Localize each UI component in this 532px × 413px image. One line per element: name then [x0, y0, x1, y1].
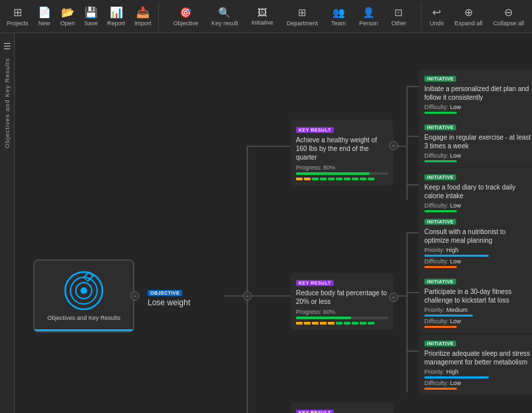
init2-difficulty-bar [424, 160, 457, 162]
kr1-node[interactable]: KEY RESULT Achieve a healthy weight of 1… [291, 120, 394, 186]
init5-badge: INITIATIVE [424, 279, 456, 285]
init1-difficulty: Difficulty: Low [424, 104, 532, 110]
init4-priority-bar [424, 255, 489, 257]
objective-node-title: Objectives and Key Results [43, 315, 124, 321]
kr1-dot-row [296, 178, 388, 180]
kr1-progress-text: Progress: 80% [296, 164, 388, 171]
obj-list-label: Objectives and Key Results [4, 58, 11, 148]
collapse-all-button[interactable]: ⊖ Collapse all [490, 5, 527, 28]
collapse-all-label: Collapse all [493, 20, 524, 27]
filter-keyresult-button[interactable]: 🔍 Key result [207, 4, 242, 29]
toolbar: ⊞ Projects 📄 New 📂 Open 💾 Save 📊 Report … [0, 0, 532, 33]
init6-difficulty-bar [424, 388, 457, 390]
save-label: Save [84, 20, 98, 27]
kr3-node[interactable]: KEY RESULT Fit into a size 32 jeans comf… [291, 402, 394, 413]
undo-label: Undo [430, 20, 444, 27]
collapse-all-icon: ⊖ [504, 6, 513, 19]
projects-label: Projects [7, 20, 29, 27]
expand-all-label: Expand all [454, 20, 482, 27]
new-button[interactable]: 📄 New [35, 5, 54, 28]
import-button[interactable]: 📥 Import [132, 5, 154, 28]
init5-priority-bar [424, 315, 473, 317]
objective-node-bottom-line [35, 329, 133, 331]
init4-difficulty-bar [424, 266, 457, 268]
open-label: Open [61, 20, 75, 27]
expand-all-button[interactable]: ⊕ Expand all [452, 5, 485, 28]
init4-difficulty-value: Low [450, 258, 462, 265]
kr2-node[interactable]: KEY RESULT Reduce body fat percentage to… [291, 273, 394, 330]
init6-title: Prioritize adequate sleep and stress man… [424, 349, 532, 366]
kr2-badge: KEY RESULT [296, 280, 334, 286]
objective-icon-graphic [64, 271, 104, 311]
keyresult-icon: 🔍 [218, 7, 231, 19]
init3-difficulty-value: Low [450, 202, 462, 209]
init3-badge: INITIATIVE [424, 174, 456, 180]
projects-button[interactable]: ⊞ Projects [4, 5, 31, 28]
init6-priority: Priority: High [424, 368, 532, 375]
lose-weight-label: Lose weight [148, 298, 190, 307]
init4-priority-value: High [446, 247, 459, 253]
filter-objective-button[interactable]: 🎯 Objective [169, 4, 202, 29]
init4-title: Consult with a nutritionist to optimize … [424, 227, 532, 245]
objective-badge: OBJECTIVE [148, 290, 182, 296]
department-icon: ⊞ [298, 7, 307, 19]
init4-badge: INITIATIVE [424, 219, 456, 225]
init3-difficulty: Difficulty: Low [424, 202, 532, 209]
init3-title: Keep a food diary to track daily calorie… [424, 183, 532, 200]
filter-other-button[interactable]: ⊡ Other [388, 4, 411, 29]
init4-node[interactable]: INITIATIVE Consult with a nutritionist t… [419, 213, 532, 273]
team-icon: 👥 [332, 7, 345, 19]
kr2-collapse-button[interactable]: − [389, 293, 398, 302]
objective-filter-label: Objective [173, 20, 198, 27]
save-icon: 💾 [84, 6, 98, 19]
canvas: Objectives and Key Results − OBJECTIVE L… [15, 33, 532, 413]
objective-icon: 🎯 [180, 7, 192, 19]
report-label: Report [107, 20, 125, 27]
projects-icon: ⊞ [13, 6, 22, 19]
filter-team-button[interactable]: 👥 Team [327, 4, 350, 29]
kr1-progress-bar-container [296, 172, 388, 175]
init2-difficulty-value: Low [450, 152, 462, 159]
filter-department-button[interactable]: ⊞ Department [283, 4, 322, 29]
undo-button[interactable]: ↩ Undo [427, 5, 447, 28]
filter-person-button[interactable]: 👤 Person [355, 4, 382, 29]
init6-node[interactable]: INITIATIVE Prioritize adequate sleep and… [419, 335, 532, 395]
report-icon: 📊 [110, 6, 123, 19]
kr3-badge: KEY RESULT [296, 410, 334, 413]
init2-node[interactable]: INITIATIVE Engage in regular exercise - … [419, 118, 532, 168]
init5-difficulty: Difficulty: Low [424, 318, 532, 325]
init6-badge: INITIATIVE [424, 341, 456, 346]
init5-difficulty-bar [424, 326, 457, 328]
filter-initiative-button[interactable]: 🖼 Initiative [247, 4, 277, 29]
undo-icon: ↩ [432, 6, 441, 19]
objective-node[interactable]: Objectives and Key Results [33, 259, 134, 333]
side-panel: ☰ Objectives and Key Results [0, 33, 15, 413]
side-panel-icon[interactable]: ☰ [1, 39, 14, 54]
init5-priority-value: Medium [446, 307, 467, 313]
init1-badge: INITIATIVE [424, 76, 456, 82]
init6-priority-value: High [446, 368, 459, 375]
init5-node[interactable]: INITIATIVE Participate in a 30-day fitne… [419, 273, 532, 333]
initiative-icon: 🖼 [257, 7, 267, 18]
init3-node[interactable]: INITIATIVE Keep a food diary to track da… [419, 168, 532, 217]
kr2-title: Reduce body fat percentage to 20% or les… [296, 289, 388, 306]
objective-collapse-button[interactable]: − [130, 291, 140, 301]
init6-priority-bar [424, 376, 489, 378]
keyresult-filter-label: Key result [211, 20, 238, 27]
new-label: New [39, 20, 51, 27]
lose-weight-collapse-button[interactable]: − [243, 291, 252, 301]
kr1-collapse-button[interactable]: − [389, 141, 398, 150]
init1-node[interactable]: INITIATIVE Initiate a personalized diet … [419, 70, 532, 119]
init4-priority: Priority: High [424, 247, 532, 253]
kr2-dot-row [296, 322, 388, 325]
open-button[interactable]: 📂 Open [58, 5, 78, 28]
init6-difficulty-value: Low [450, 380, 462, 386]
expand-all-icon: ⊕ [464, 6, 473, 19]
import-icon: 📥 [136, 6, 150, 19]
kr1-badge: KEY RESULT [296, 127, 334, 133]
lose-weight-node[interactable]: OBJECTIVE Lose weight [148, 288, 190, 307]
init5-title: Participate in a 30-day fitness challeng… [424, 287, 532, 305]
kr1-progress-bar [296, 172, 370, 175]
save-button[interactable]: 💾 Save [82, 5, 101, 28]
report-button[interactable]: 📊 Report [104, 5, 128, 28]
